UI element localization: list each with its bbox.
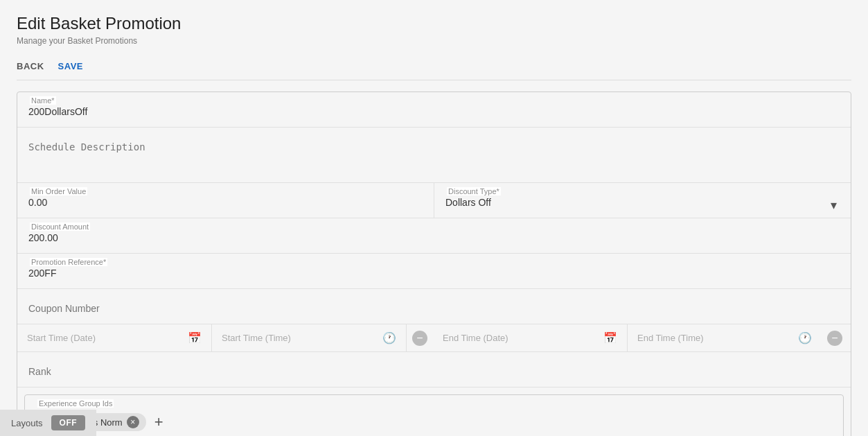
discount-amount-label: Discount Amount [30,223,90,231]
start-date-label: Start Time (Date) [27,333,96,343]
time-row: Start Time (Date) 📅 Start Time (Time) 🕐 … [17,324,851,352]
name-field-group: Name* [17,92,851,128]
min-order-label: Min Order Value [30,187,87,195]
end-time-field: End Time (Time) 🕐 [628,324,822,351]
layouts-label: Layouts [11,418,43,428]
start-time-remove-button[interactable]: − [412,331,427,346]
rank-field-group [17,352,851,387]
discount-type-field-group: Discount Type* Dollars Off Percent Off F… [434,183,851,218]
min-order-input[interactable] [28,191,423,209]
chips-row: First Name Is Norm × + [36,413,832,431]
rank-input[interactable] [28,360,840,378]
name-input[interactable] [28,101,840,119]
end-time-label: End Time (Time) [637,333,704,343]
discount-type-select-wrapper: Dollars Off Percent Off Fixed Price ▾ [445,191,840,209]
start-date-field: Start Time (Date) 📅 [17,324,212,351]
chip-close-button[interactable]: × [127,416,139,428]
experience-group-field: Experience Group Ids First Name Is Norm … [24,394,844,436]
discount-type-select[interactable]: Dollars Off Percent Off Fixed Price [445,191,840,209]
page-wrapper: Edit Basket Promotion Manage your Basket… [0,0,868,436]
page-title: Edit Basket Promotion [17,14,851,33]
add-chip-button[interactable]: + [152,415,166,430]
calendar-icon-start[interactable]: 📅 [188,331,202,345]
form-container: Name* Min Order Value Discount Type* Dol… [17,91,851,436]
end-date-label: End Time (Date) [443,333,508,343]
experience-group-label: Experience Group Ids [37,399,114,408]
layouts-toggle[interactable]: OFF [51,415,86,430]
promotion-reference-field-group: Promotion Reference* [17,254,851,289]
start-time-label: Start Time (Time) [222,333,291,343]
coupon-number-input[interactable] [28,297,840,315]
clock-icon-start[interactable]: 🕐 [382,331,396,345]
end-time-remove-button[interactable]: − [827,331,842,346]
bottom-bar: Layouts OFF [0,410,96,436]
start-time-field: Start Time (Time) 🕐 [212,324,407,351]
schedule-description-input[interactable] [28,136,840,172]
back-button[interactable]: BACK [17,58,44,74]
page-subtitle: Manage your Basket Promotions [17,36,851,46]
end-date-field: End Time (Date) 📅 [433,324,628,351]
clock-icon-end[interactable]: 🕐 [798,331,812,345]
discount-amount-field-group: Discount Amount [17,218,851,254]
coupon-number-field-group [17,289,851,324]
min-order-field-group: Min Order Value [17,183,434,218]
save-button[interactable]: SAVE [58,58,83,74]
name-label: Name* [30,96,56,105]
schedule-description-field-group [17,128,851,183]
calendar-icon-end[interactable]: 📅 [603,331,617,345]
min-order-discount-row: Min Order Value Discount Type* Dollars O… [17,183,851,218]
toolbar: BACK SAVE [17,58,851,80]
promotion-reference-input[interactable] [28,262,840,280]
discount-amount-input[interactable] [28,227,840,245]
promotion-reference-label: Promotion Reference* [30,258,107,266]
